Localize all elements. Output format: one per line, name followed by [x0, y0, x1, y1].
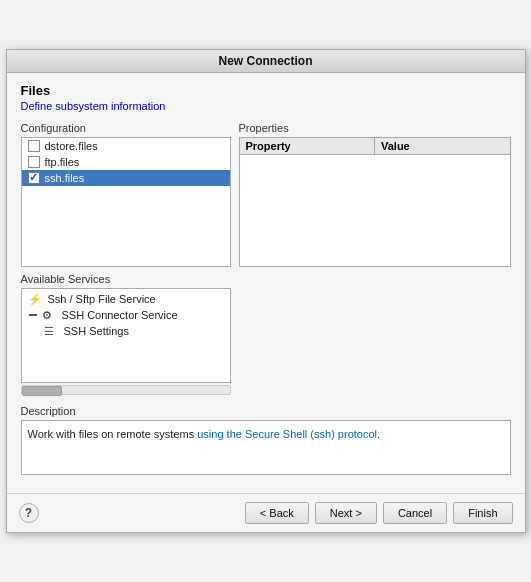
property-col-header: Property	[240, 138, 376, 154]
list-item-dstore[interactable]: dstore.files	[22, 138, 230, 154]
ssh-sftp-icon: ⚡	[28, 293, 44, 305]
desc-text-end: .	[377, 428, 380, 440]
dialog-title: New Connection	[7, 50, 525, 73]
description-box: Work with files on remote systems using …	[21, 420, 511, 475]
back-button[interactable]: < Back	[245, 502, 309, 524]
services-label: Available Services	[21, 273, 231, 285]
finish-button[interactable]: Finish	[453, 502, 512, 524]
section-title: Files	[21, 83, 511, 98]
service-ssh-settings[interactable]: ☰ SSH Settings	[22, 323, 230, 339]
properties-label: Properties	[239, 122, 511, 134]
ssh-label: ssh.files	[45, 172, 85, 184]
left-panel: Configuration dstore.files ftp.files ssh…	[21, 122, 231, 397]
ssh-sftp-label: Ssh / Sftp File Service	[48, 293, 156, 305]
right-panel: Properties Property Value	[239, 122, 511, 397]
dialog-content: Files Define subsystem information Confi…	[7, 73, 525, 485]
service-ssh-sftp[interactable]: ⚡ Ssh / Sftp File Service	[22, 291, 230, 307]
dstore-label: dstore.files	[45, 140, 98, 152]
horizontal-scrollbar[interactable]	[21, 385, 231, 395]
properties-table: Property Value	[239, 137, 511, 267]
service-ssh-connector[interactable]: ⚙ SSH Connector Service	[22, 307, 230, 323]
button-bar: ? < Back Next > Cancel Finish	[7, 493, 525, 532]
value-col-header: Value	[375, 138, 510, 154]
desc-text-link: using the Secure Shell (ssh) protocol	[197, 428, 377, 440]
dstore-checkbox[interactable]	[28, 140, 40, 152]
available-services: Available Services ⚡ Ssh / Sftp File Ser…	[21, 273, 231, 395]
services-list: ⚡ Ssh / Sftp File Service ⚙ SSH Connecto…	[21, 288, 231, 383]
help-button[interactable]: ?	[19, 503, 39, 523]
ssh-settings-label: SSH Settings	[64, 325, 129, 337]
properties-header: Property Value	[240, 138, 510, 155]
list-item-ftp[interactable]: ftp.files	[22, 154, 230, 170]
new-connection-dialog: New Connection Files Define subsystem in…	[6, 49, 526, 533]
ssh-checkbox[interactable]	[28, 172, 40, 184]
expand-icon	[28, 310, 38, 320]
desc-text-start: Work with files on remote systems	[28, 428, 198, 440]
configuration-list[interactable]: dstore.files ftp.files ssh.files	[21, 137, 231, 267]
next-button[interactable]: Next >	[315, 502, 377, 524]
two-panel: Configuration dstore.files ftp.files ssh…	[21, 122, 511, 397]
list-item-ssh[interactable]: ssh.files	[22, 170, 230, 186]
ssh-connector-icon: ⚙	[42, 309, 58, 321]
ssh-connector-label: SSH Connector Service	[62, 309, 178, 321]
description-label: Description	[21, 405, 511, 417]
description-section: Description Work with files on remote sy…	[21, 405, 511, 475]
scrollbar-thumb[interactable]	[22, 386, 62, 396]
section-subtitle: Define subsystem information	[21, 100, 511, 112]
ftp-checkbox[interactable]	[28, 156, 40, 168]
ftp-label: ftp.files	[45, 156, 80, 168]
ssh-settings-icon: ☰	[44, 325, 60, 337]
cancel-button[interactable]: Cancel	[383, 502, 447, 524]
configuration-label: Configuration	[21, 122, 231, 134]
